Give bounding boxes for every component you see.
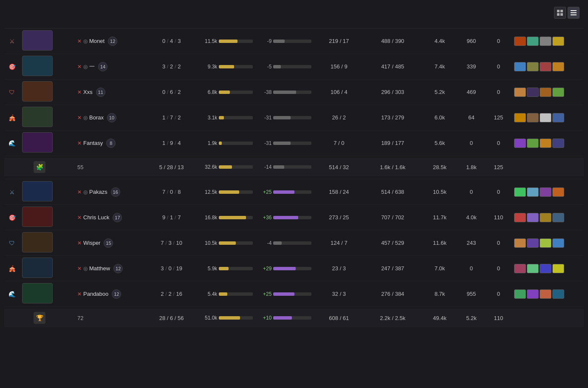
kda-cell: 9 / 1 / 7: [143, 205, 200, 230]
kda-cell: 3 / 2 / 2: [143, 54, 200, 79]
dmg-cell: 8.7k: [422, 281, 457, 307]
player-cell: ✕ ◎ Matthew 12: [75, 256, 143, 281]
item-box[interactable]: [552, 62, 564, 71]
role-cell: 🛡: [4, 79, 20, 105]
summary-row: 🏆 72 28 / 6 / 56 51.0k +10 608 / 61 2.2k…: [4, 309, 584, 327]
lhdn-cell: 273 / 25: [315, 205, 363, 230]
summary-count-cell: 72: [75, 309, 143, 327]
grid-view-btn[interactable]: [554, 7, 566, 19]
item-box[interactable]: [514, 37, 526, 46]
item-box[interactable]: [527, 113, 539, 122]
summary-imp-cell: +10: [255, 309, 315, 327]
gpm-xpm-cell: 417 / 485: [363, 54, 422, 79]
hero-cell: [20, 230, 75, 256]
role-icon: 🎪: [8, 265, 16, 272]
hero-cell: [20, 281, 75, 307]
player-row: 🌊 ✕ Fantasy 8 1 / 9 / 4 1.9k: [4, 130, 584, 156]
spacer-row2: [4, 176, 584, 179]
item-box[interactable]: [514, 62, 526, 71]
items-cell: [512, 54, 584, 79]
item-box[interactable]: [540, 213, 551, 222]
player-row: 🌊 ✕ Pandaboo 12 2 / 2 / 16 5.4k: [4, 281, 584, 307]
item-box[interactable]: [514, 289, 526, 299]
item-box[interactable]: [540, 264, 551, 273]
item-box[interactable]: [527, 213, 539, 222]
nw-bar-fill: [219, 190, 239, 194]
item-box[interactable]: [514, 187, 526, 197]
item-box[interactable]: [552, 264, 564, 273]
item-box[interactable]: [552, 289, 564, 299]
player-level: 12: [112, 289, 121, 299]
nw-cell: 1.9k: [200, 130, 255, 156]
item-box[interactable]: [527, 139, 539, 148]
nw-bar-fill: [219, 91, 230, 94]
kda-cell: 3 / 0 / 19: [143, 256, 200, 281]
dmg-cell: 10.5k: [422, 179, 457, 205]
item-box[interactable]: [527, 88, 539, 97]
nw-cell: 6.8k: [200, 79, 255, 105]
item-box[interactable]: [527, 289, 539, 299]
heal-cell: 0: [486, 281, 512, 307]
item-box[interactable]: [552, 37, 564, 46]
items-grid: [514, 37, 581, 46]
th-nw: [200, 23, 255, 28]
player-info: ✕ Wisper 15: [77, 238, 140, 248]
item-box[interactable]: [514, 213, 526, 222]
heal-cell: 125: [486, 105, 512, 130]
imp-cell: -9: [255, 28, 315, 54]
item-box[interactable]: [514, 139, 526, 148]
imp-cell: +29: [255, 256, 315, 281]
item-box[interactable]: [540, 88, 551, 97]
nw-cell: 10.5k: [200, 230, 255, 256]
items-cell: [512, 179, 584, 205]
hero-cell: [20, 79, 75, 105]
item-box[interactable]: [552, 213, 564, 222]
item-box[interactable]: [514, 264, 526, 273]
item-box[interactable]: [552, 113, 564, 122]
role-cell: 🎪: [4, 256, 20, 281]
items-cell: [512, 281, 584, 307]
hero-avatar: [22, 283, 53, 303]
svg-rect-3: [560, 13, 563, 16]
lhdn-cell: 156 / 9: [315, 54, 363, 79]
summary-heal-cell: 125: [486, 159, 512, 176]
item-box[interactable]: [540, 289, 551, 299]
item-box[interactable]: [540, 238, 551, 248]
verified-icon: ✕: [77, 266, 82, 272]
item-box[interactable]: [527, 238, 539, 248]
item-box[interactable]: [527, 62, 539, 71]
item-box[interactable]: [514, 238, 526, 248]
th-kda: [143, 23, 200, 28]
svg-rect-4: [571, 10, 577, 11]
kda-cell: 0 / 4 / 3: [143, 28, 200, 54]
summary-count-cell: 55: [75, 159, 143, 176]
item-box[interactable]: [540, 139, 551, 148]
items-cell: [512, 105, 584, 130]
item-box[interactable]: [514, 88, 526, 97]
item-box[interactable]: [552, 238, 564, 248]
nw-bar-fill: [219, 216, 246, 219]
nw-bar-fill: [219, 116, 223, 119]
list-view-btn[interactable]: [568, 7, 580, 19]
lhdn-cell: 26 / 2: [315, 105, 363, 130]
imp-cell: +36: [255, 205, 315, 230]
lhdn-cell: 219 / 17: [315, 28, 363, 54]
player-cell: ✕ Chris Luck 17: [75, 205, 143, 230]
player-cell: ✕ ◎ Monet 12: [75, 28, 143, 54]
heal-cell: 0: [486, 28, 512, 54]
item-box[interactable]: [552, 88, 564, 97]
item-box[interactable]: [527, 187, 539, 197]
item-box[interactable]: [540, 187, 551, 197]
item-box[interactable]: [540, 62, 551, 71]
item-box[interactable]: [540, 113, 551, 122]
item-box[interactable]: [514, 113, 526, 122]
player-cell: ✕ ◎ 一 14: [75, 54, 143, 79]
item-box[interactable]: [527, 37, 539, 46]
player-level: 14: [98, 62, 107, 71]
item-box[interactable]: [552, 187, 564, 197]
hero-cell: [20, 28, 75, 54]
item-box[interactable]: [527, 264, 539, 273]
item-box[interactable]: [540, 37, 551, 46]
hero-avatar: [22, 232, 53, 252]
item-box[interactable]: [552, 139, 564, 148]
